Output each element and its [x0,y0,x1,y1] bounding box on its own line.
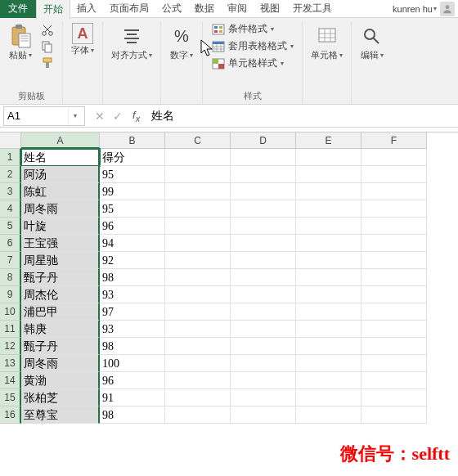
editing-button[interactable]: 编辑▾ [357,21,388,63]
cell[interactable] [231,321,296,338]
cell[interactable] [165,235,231,252]
cell[interactable]: 黄渤 [21,372,100,389]
cell[interactable]: 96 [100,372,165,389]
cell[interactable]: 叶旋 [21,218,100,235]
cell[interactable]: 得分 [100,149,165,166]
row-header[interactable]: 2 [0,166,21,183]
tab-view[interactable]: 视图 [254,0,286,18]
cell[interactable] [165,218,231,235]
row-header[interactable]: 11 [0,321,21,338]
cell[interactable]: 92 [100,252,165,269]
cell[interactable]: 周星驰 [21,252,100,269]
row-header[interactable]: 15 [0,389,21,406]
cell[interactable] [361,200,427,218]
name-box[interactable]: A1 ▾ [3,106,85,126]
paste-button[interactable]: 粘贴▾ [5,21,36,63]
cell[interactable] [231,389,296,406]
cell[interactable] [296,372,361,389]
cell[interactable]: 韩庚 [21,321,100,338]
cell[interactable]: 阿汤 [21,166,100,183]
cell[interactable] [296,286,361,303]
row-header[interactable]: 13 [0,355,21,372]
cell[interactable] [231,269,296,286]
cell[interactable] [296,269,361,286]
cell[interactable] [165,269,231,286]
cell[interactable] [231,303,296,321]
cell[interactable] [165,183,231,200]
cell[interactable]: 95 [100,200,165,218]
cells-button[interactable]: 单元格▾ [308,21,346,63]
name-box-dropdown[interactable]: ▾ [68,107,81,125]
cell[interactable] [165,338,231,355]
cell[interactable] [231,235,296,252]
user-name[interactable]: kunren hu▾ [393,2,458,16]
cell[interactable] [231,355,296,372]
tab-insert[interactable]: 插入 [70,0,103,18]
cell[interactable] [165,406,231,424]
select-all-corner[interactable] [0,132,21,149]
number-button[interactable]: % 数字▾ [166,21,197,63]
font-button[interactable]: A 字体▾ [68,21,97,58]
cell[interactable] [165,166,231,183]
cell[interactable] [296,303,361,321]
cell[interactable]: 98 [100,338,165,355]
tab-layout[interactable]: 页面布局 [103,0,155,18]
cell[interactable] [231,338,296,355]
cell[interactable] [361,389,427,406]
cell[interactable] [296,235,361,252]
cell[interactable]: 姓名 [21,149,100,166]
cell[interactable] [231,406,296,424]
cell[interactable]: 93 [100,286,165,303]
cell[interactable] [361,355,427,372]
cell[interactable] [296,321,361,338]
cell[interactable] [361,166,427,183]
cell[interactable]: 98 [100,406,165,424]
cell[interactable] [361,218,427,235]
cell[interactable] [296,389,361,406]
row-header[interactable]: 8 [0,269,21,286]
cell[interactable] [296,355,361,372]
tab-formula[interactable]: 公式 [155,0,188,18]
row-header[interactable]: 3 [0,183,21,200]
cut-button[interactable] [39,23,56,38]
cell[interactable] [296,252,361,269]
cancel-formula-icon[interactable]: ✕ [95,110,105,123]
cell[interactable] [361,269,427,286]
row-header[interactable]: 6 [0,235,21,252]
cell[interactable] [165,355,231,372]
row-header[interactable]: 9 [0,286,21,303]
row-header[interactable]: 4 [0,200,21,218]
cell[interactable] [231,218,296,235]
col-header-E[interactable]: E [296,132,361,149]
col-header-F[interactable]: F [361,132,427,149]
cell[interactable] [361,303,427,321]
cell[interactable] [361,321,427,338]
cell[interactable]: 甄子丹 [21,338,100,355]
col-header-C[interactable]: C [165,132,231,149]
row-header[interactable]: 7 [0,252,21,269]
cell[interactable] [296,166,361,183]
cell[interactable] [231,200,296,218]
cell[interactable] [231,252,296,269]
col-header-A[interactable]: A [21,132,100,149]
conditional-format-button[interactable]: 条件格式▾ [208,21,297,37]
cell[interactable] [231,286,296,303]
cell[interactable] [361,149,427,166]
cell[interactable] [165,321,231,338]
cell[interactable] [361,372,427,389]
fx-icon[interactable]: fx [132,109,146,123]
cell[interactable] [165,303,231,321]
row-header[interactable]: 16 [0,406,21,424]
tab-data[interactable]: 数据 [188,0,221,18]
cell[interactable]: 100 [100,355,165,372]
cell[interactable] [361,338,427,355]
tab-review[interactable]: 审阅 [221,0,254,18]
cell[interactable] [231,149,296,166]
row-header[interactable]: 12 [0,338,21,355]
cell[interactable] [231,183,296,200]
formula-input[interactable] [146,110,458,123]
tab-dev[interactable]: 开发工具 [286,0,339,18]
cell[interactable]: 96 [100,218,165,235]
cell[interactable]: 浦巴甲 [21,303,100,321]
cell[interactable]: 91 [100,389,165,406]
